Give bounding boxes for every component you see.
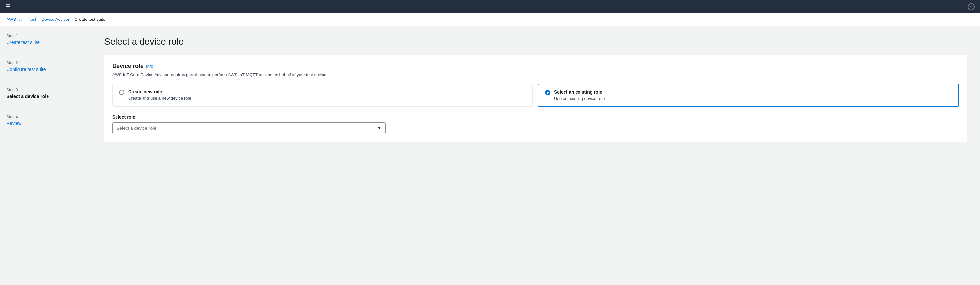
select-role-section: Select role Select a device role ▼ bbox=[112, 115, 959, 134]
sidebar-step-4: Step 4 Review bbox=[6, 115, 84, 134]
hamburger-icon[interactable]: ☰ bbox=[5, 3, 10, 10]
create-new-radio[interactable] bbox=[119, 90, 124, 95]
create-new-label: Create new role bbox=[128, 89, 191, 94]
radio-options: Create new role Create and use a new dev… bbox=[112, 84, 959, 107]
select-existing-role-option[interactable]: Select an existing role Use an existing … bbox=[538, 84, 959, 107]
step-2-label: Step 2 bbox=[6, 61, 84, 65]
create-new-text: Create new role Create and use a new dev… bbox=[128, 89, 191, 100]
breadcrumb-sep-1: › bbox=[25, 17, 27, 22]
select-existing-sublabel: Use an existing device role bbox=[554, 96, 605, 101]
breadcrumb-sep-2: › bbox=[38, 17, 39, 22]
sidebar-item-create-test-suite[interactable]: Create test suite bbox=[6, 40, 40, 45]
main-layout: Step 1 Create test suite Step 2 Configur… bbox=[0, 26, 980, 285]
device-role-dropdown[interactable]: Select a device role ▼ bbox=[112, 122, 385, 134]
page-title: Select a device role bbox=[104, 37, 967, 47]
dropdown-placeholder: Select a device role bbox=[116, 126, 156, 131]
select-role-label: Select role bbox=[112, 115, 959, 120]
breadcrumb-device-advisor[interactable]: Device Advisor bbox=[41, 17, 69, 22]
help-icon-wrapper: ? bbox=[968, 3, 975, 10]
top-nav: ☰ bbox=[0, 0, 980, 13]
card-header: Device role Info bbox=[112, 63, 959, 70]
select-existing-radio[interactable] bbox=[545, 90, 550, 96]
breadcrumb-current: Create test suite bbox=[75, 17, 105, 22]
dropdown-arrow-icon: ▼ bbox=[377, 126, 381, 131]
info-link[interactable]: Info bbox=[146, 64, 153, 68]
device-role-card: Device role Info AWS IoT Core Device Adv… bbox=[104, 55, 967, 142]
step-1-label: Step 1 bbox=[6, 34, 84, 38]
sidebar-item-select-device-role: Select a device role bbox=[6, 94, 49, 99]
breadcrumb: AWS IoT › Test › Device Advisor › Create… bbox=[0, 13, 980, 26]
sidebar-item-configure-test-suite[interactable]: Configure test suite bbox=[6, 67, 46, 72]
breadcrumb-test[interactable]: Test bbox=[29, 17, 37, 22]
step-4-label: Step 4 bbox=[6, 115, 84, 119]
sidebar-step-3: Step 3 Select a device role bbox=[6, 88, 84, 107]
breadcrumb-aws-iot[interactable]: AWS IoT bbox=[6, 17, 24, 22]
help-icon[interactable]: ? bbox=[968, 3, 975, 10]
create-new-role-option[interactable]: Create new role Create and use a new dev… bbox=[112, 84, 533, 107]
create-new-sublabel: Create and use a new device role bbox=[128, 96, 191, 100]
content-area: Select a device role Device role Info AW… bbox=[91, 26, 980, 285]
sidebar-item-review[interactable]: Review bbox=[6, 121, 21, 126]
step-3-label: Step 3 bbox=[6, 88, 84, 92]
select-existing-text: Select an existing role Use an existing … bbox=[554, 89, 605, 101]
sidebar-step-1: Step 1 Create test suite bbox=[6, 34, 84, 53]
sidebar-step-2: Step 2 Configure test suite bbox=[6, 61, 84, 80]
card-title: Device role bbox=[112, 63, 143, 70]
sidebar: Step 1 Create test suite Step 2 Configur… bbox=[0, 26, 91, 285]
breadcrumb-sep-3: › bbox=[71, 17, 73, 22]
card-description: AWS IoT Core Device Advisor requires per… bbox=[112, 72, 959, 77]
select-existing-label: Select an existing role bbox=[554, 89, 605, 95]
